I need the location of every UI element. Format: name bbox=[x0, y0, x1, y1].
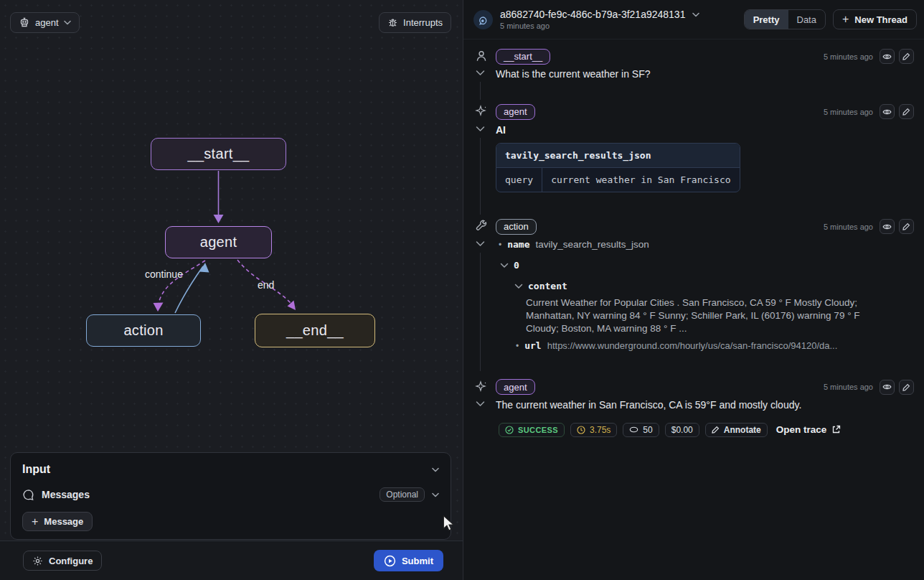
input-panel-title: Input bbox=[22, 463, 50, 476]
thread-connector-line bbox=[480, 253, 481, 371]
edge-label-end: end bbox=[258, 279, 274, 291]
result-name-key: name bbox=[507, 239, 529, 250]
message-text: What is the current weather in SF? bbox=[496, 68, 914, 80]
messages-field-row[interactable]: Messages Optional bbox=[22, 487, 439, 502]
message-timestamp: 5 minutes ago bbox=[824, 383, 873, 391]
node-badge-agent[interactable]: agent bbox=[496, 379, 535, 395]
graph-panel-header: agent Interrupts bbox=[0, 0, 463, 43]
pencil-icon bbox=[902, 52, 910, 60]
view-toggle-data[interactable]: Data bbox=[788, 10, 825, 29]
clock-icon bbox=[577, 426, 585, 434]
annotate-button[interactable]: Annotate bbox=[705, 423, 768, 437]
pencil-icon bbox=[902, 223, 910, 230]
tool-arg-key: query bbox=[496, 168, 542, 192]
result-content-text: Current Weather for Popular Cities . San… bbox=[526, 296, 892, 336]
graph-node-end-label: __end__ bbox=[286, 322, 344, 339]
graph-panel: agent Interrupts __start bbox=[0, 0, 463, 580]
token-count-badge: 50 bbox=[623, 423, 659, 437]
result-index: 0 bbox=[514, 260, 519, 271]
edit-message-button[interactable] bbox=[899, 49, 914, 64]
tool-arg-value: current weather in San Francisco bbox=[542, 168, 739, 192]
edge-label-continue: continue bbox=[145, 268, 183, 280]
message-text: The current weather in San Francisco, CA… bbox=[496, 399, 914, 411]
result-url-key: url bbox=[524, 340, 541, 351]
message-timestamp: 5 minutes ago bbox=[824, 52, 873, 61]
chat-bubble-icon bbox=[22, 489, 34, 501]
pencil-icon bbox=[902, 108, 910, 116]
graph-selector-label: agent bbox=[35, 17, 59, 28]
messages-field-label: Messages bbox=[42, 489, 90, 500]
configure-label: Configure bbox=[49, 556, 93, 566]
thread-logo-icon bbox=[478, 14, 489, 25]
input-collapse-chevron-icon[interactable] bbox=[432, 467, 439, 472]
thread-timestamp: 5 minutes ago bbox=[500, 22, 699, 30]
view-message-button[interactable] bbox=[880, 380, 895, 395]
message-action: action 5 minutes ago • name tavily_searc… bbox=[473, 218, 914, 351]
graph-node-start[interactable]: __start__ bbox=[151, 138, 286, 170]
external-link-icon bbox=[831, 425, 841, 434]
thread-select-chevron-icon[interactable] bbox=[692, 12, 699, 17]
new-thread-button[interactable]: + New Thread bbox=[833, 9, 917, 29]
collapse-chevron-icon[interactable] bbox=[514, 284, 523, 289]
interrupts-button[interactable]: Interrupts bbox=[379, 12, 451, 33]
edit-message-button[interactable] bbox=[899, 104, 914, 119]
interrupts-label: Interrupts bbox=[403, 17, 443, 28]
eye-icon bbox=[882, 223, 892, 230]
node-badge-action[interactable]: action bbox=[496, 219, 537, 235]
configure-button[interactable]: Configure bbox=[23, 551, 102, 571]
graph-node-action[interactable]: action bbox=[86, 314, 201, 347]
add-message-label: Message bbox=[44, 516, 83, 527]
thread-avatar bbox=[473, 10, 493, 29]
optional-badge: Optional bbox=[380, 487, 425, 502]
node-badge-start[interactable]: __start__ bbox=[496, 49, 550, 65]
plus-icon: + bbox=[32, 516, 38, 528]
edit-message-button[interactable] bbox=[899, 380, 914, 395]
play-circle-icon bbox=[384, 555, 396, 567]
new-thread-label: New Thread bbox=[854, 14, 908, 25]
collapse-chevron-icon[interactable] bbox=[476, 126, 485, 132]
view-message-button[interactable] bbox=[880, 219, 895, 234]
collapse-chevron-icon[interactable] bbox=[500, 263, 509, 268]
view-message-button[interactable] bbox=[880, 49, 895, 64]
add-message-button[interactable]: + Message bbox=[22, 512, 93, 531]
submit-button[interactable]: Submit bbox=[374, 550, 443, 571]
tokens-icon bbox=[629, 426, 638, 433]
view-message-button[interactable] bbox=[880, 104, 895, 119]
mouse-cursor bbox=[443, 515, 455, 531]
collapse-chevron-icon[interactable] bbox=[476, 70, 485, 76]
tool-call-table: tavily_search_results_json query current… bbox=[496, 143, 740, 192]
graph-node-agent[interactable]: agent bbox=[165, 226, 272, 258]
plus-icon: + bbox=[842, 14, 849, 25]
graph-node-agent-label: agent bbox=[200, 234, 237, 251]
success-badge: SUCCESS bbox=[499, 423, 565, 437]
message-timestamp: 5 minutes ago bbox=[824, 108, 873, 116]
result-name-value: tavily_search_results_json bbox=[536, 239, 649, 250]
bullet-icon: • bbox=[516, 341, 519, 351]
collapse-chevron-icon[interactable] bbox=[476, 401, 485, 407]
thread-body: __start__ 5 minutes ago What is the curr… bbox=[463, 39, 924, 437]
open-trace-link[interactable]: Open trace bbox=[776, 424, 842, 435]
collapse-chevron-icon[interactable] bbox=[476, 240, 485, 247]
result-url-value[interactable]: https://www.wunderground.com/hourly/us/c… bbox=[547, 340, 838, 351]
cost-badge: $0.00 bbox=[665, 423, 699, 437]
message-agent-tool-call: agent 5 minutes ago AI tavily_search_res… bbox=[473, 103, 914, 195]
sparkle-icon bbox=[475, 380, 488, 393]
message-timestamp: 5 minutes ago bbox=[824, 223, 873, 231]
bug-icon bbox=[387, 17, 398, 28]
graph-node-action-label: action bbox=[123, 322, 163, 339]
input-panel: Input Messages Optional + Message bbox=[10, 452, 451, 540]
graph-selector[interactable]: agent bbox=[10, 12, 80, 33]
message-start: __start__ 5 minutes ago What is the curr… bbox=[473, 48, 914, 80]
message-agent-final: agent 5 minutes ago The current weather … bbox=[473, 379, 914, 437]
chevron-down-icon bbox=[64, 20, 71, 25]
graph-node-start-label: __start__ bbox=[187, 146, 249, 162]
node-badge-agent[interactable]: agent bbox=[496, 104, 535, 120]
tool-call-name: tavily_search_results_json bbox=[496, 144, 740, 168]
graph-node-end[interactable]: __end__ bbox=[255, 314, 375, 347]
view-toggle-pretty[interactable]: Pretty bbox=[745, 10, 788, 29]
messages-collapse-chevron-icon[interactable] bbox=[432, 492, 439, 497]
edit-message-button[interactable] bbox=[899, 219, 914, 234]
eye-icon bbox=[882, 53, 892, 60]
input-footer: Configure Submit bbox=[0, 541, 463, 580]
sparkle-icon bbox=[475, 105, 488, 118]
